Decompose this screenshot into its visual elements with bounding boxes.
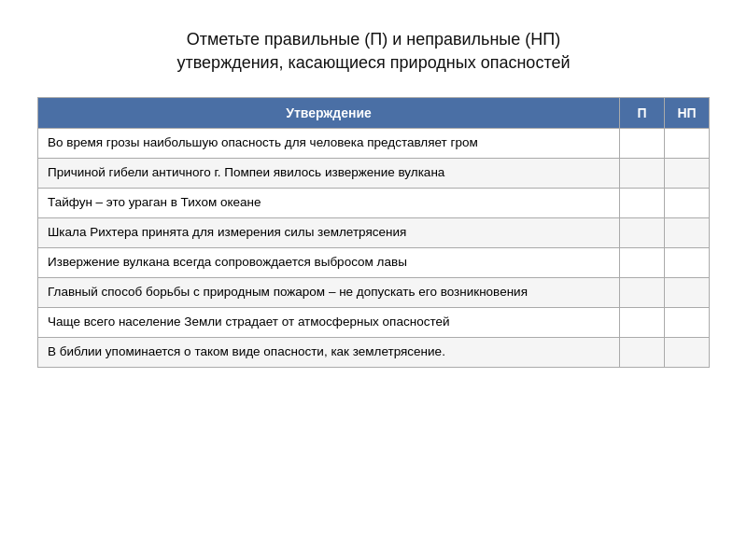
table-row: Причиной гибели античного г. Помпеи явил… — [38, 159, 710, 189]
cell-p[interactable] — [620, 307, 665, 337]
statements-table: Утверждение П НП Во время грозы наибольш… — [37, 97, 710, 367]
page-title: Отметьте правильные (П) и неправильные (… — [177, 28, 571, 75]
cell-statement: Главный способ борьбы с природным пожаро… — [38, 277, 620, 307]
table-row: Главный способ борьбы с природным пожаро… — [38, 277, 710, 307]
cell-p[interactable] — [620, 247, 665, 277]
cell-np[interactable] — [665, 307, 710, 337]
table-row: Во время грозы наибольшую опасность для … — [38, 129, 710, 159]
cell-np[interactable] — [665, 129, 710, 159]
cell-np[interactable] — [665, 218, 710, 248]
cell-statement: В библии упоминается о таком виде опасно… — [38, 337, 620, 367]
cell-np[interactable] — [665, 189, 710, 218]
table-row: Чаще всего население Земли страдает от а… — [38, 307, 710, 337]
cell-np[interactable] — [665, 277, 710, 307]
cell-p[interactable] — [620, 218, 665, 248]
header-p: П — [620, 98, 665, 129]
table-row: Шкала Рихтера принята для измерения силы… — [38, 218, 710, 248]
table-row: Тайфун – это ураган в Тихом океане — [38, 189, 710, 218]
cell-statement: Тайфун – это ураган в Тихом океане — [38, 189, 620, 218]
cell-statement: Шкала Рихтера принята для измерения силы… — [38, 218, 620, 248]
cell-np[interactable] — [665, 337, 710, 367]
table-row: Извержение вулкана всегда сопровождается… — [38, 247, 710, 277]
cell-statement: Во время грозы наибольшую опасность для … — [38, 129, 620, 159]
cell-np[interactable] — [665, 159, 710, 189]
cell-statement: Причиной гибели античного г. Помпеи явил… — [38, 159, 620, 189]
cell-np[interactable] — [665, 247, 710, 277]
cell-p[interactable] — [620, 129, 665, 159]
cell-statement: Извержение вулкана всегда сопровождается… — [38, 247, 620, 277]
table-row: В библии упоминается о таком виде опасно… — [38, 337, 710, 367]
table-header-row: Утверждение П НП — [38, 98, 710, 129]
header-statement: Утверждение — [38, 98, 620, 129]
header-np: НП — [665, 98, 710, 129]
cell-statement: Чаще всего население Земли страдает от а… — [38, 307, 620, 337]
cell-p[interactable] — [620, 277, 665, 307]
cell-p[interactable] — [620, 159, 665, 189]
cell-p[interactable] — [620, 189, 665, 218]
table-wrapper: Утверждение П НП Во время грозы наибольш… — [37, 97, 710, 367]
cell-p[interactable] — [620, 337, 665, 367]
